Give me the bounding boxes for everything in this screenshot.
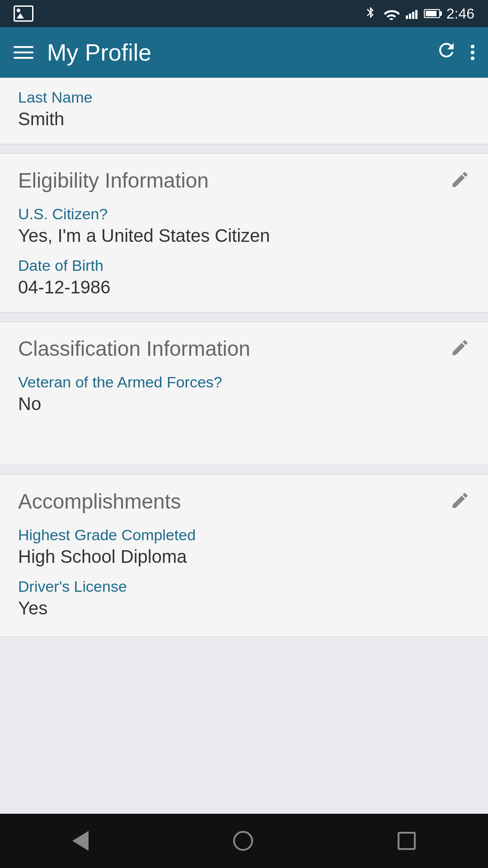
- accomplishments-title: Accomplishments: [18, 489, 181, 514]
- app-bar: My Profile: [0, 27, 488, 78]
- classification-edit-button[interactable]: [450, 338, 470, 359]
- status-time: 2:46: [446, 5, 474, 22]
- refresh-button[interactable]: [436, 39, 457, 66]
- last-name-card: Last Name Smith: [0, 78, 488, 144]
- eligibility-card: Eligibility Information U.S. Citizen? Ye…: [0, 153, 488, 312]
- eligibility-title: Eligibility Information: [18, 168, 209, 193]
- veteran-label: Veteran of the Armed Forces?: [18, 373, 470, 391]
- us-citizen-label: U.S. Citizen?: [18, 205, 470, 223]
- classification-card-header: Classification Information: [18, 336, 470, 361]
- accomplishments-card-header: Accomplishments: [18, 489, 470, 514]
- more-options-button[interactable]: [471, 45, 474, 60]
- drivers-license-label: Driver's License: [18, 578, 470, 595]
- classification-title: Classification Information: [18, 336, 250, 361]
- profile-content: Last Name Smith Eligibility Information …: [0, 78, 488, 814]
- bluetooth-icon: [364, 6, 377, 21]
- classification-card: Classification Information Veteran of th…: [0, 321, 488, 465]
- highest-grade-label: Highest Grade Completed: [18, 526, 470, 544]
- accomplishments-edit-button[interactable]: [450, 491, 470, 512]
- page-title: My Profile: [47, 39, 436, 66]
- bottom-nav: [0, 814, 488, 868]
- last-name-value: Smith: [18, 109, 470, 129]
- menu-button[interactable]: [14, 46, 33, 59]
- veteran-value: No: [18, 394, 470, 414]
- dob-label: Date of Birth: [18, 257, 470, 274]
- highest-grade-value: High School Diploma: [18, 547, 470, 567]
- accomplishments-card: Accomplishments Highest Grade Completed …: [0, 474, 488, 637]
- eligibility-edit-button[interactable]: [450, 170, 470, 191]
- eligibility-card-header: Eligibility Information: [18, 168, 470, 193]
- app-bar-actions: [436, 39, 474, 66]
- signal-icon: [406, 8, 418, 19]
- back-button[interactable]: [63, 822, 98, 860]
- us-citizen-value: Yes, I'm a United States Citizen: [18, 226, 470, 246]
- dob-value: 04-12-1986: [18, 277, 470, 297]
- recents-button[interactable]: [389, 823, 425, 859]
- last-name-label: Last Name: [18, 89, 470, 106]
- image-status-icon: [14, 5, 33, 22]
- home-button[interactable]: [224, 822, 262, 860]
- battery-icon: [424, 9, 440, 18]
- wifi-icon: [383, 7, 399, 20]
- drivers-license-value: Yes: [18, 598, 470, 618]
- status-bar: 2:46: [0, 0, 488, 27]
